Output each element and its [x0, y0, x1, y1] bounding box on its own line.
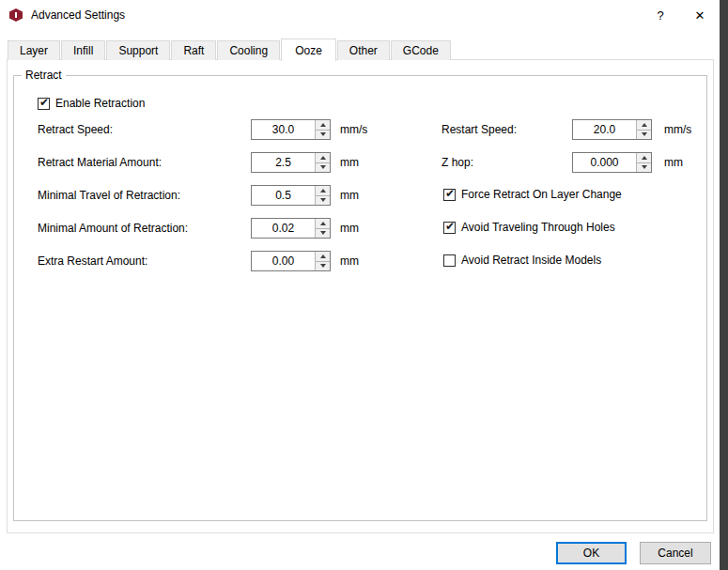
window-title: Advanced Settings: [31, 8, 125, 22]
help-button[interactable]: ?: [641, 0, 680, 30]
z-hop-unit: mm: [664, 156, 683, 169]
extra-restart-amount-label: Extra Restart Amount:: [38, 254, 147, 268]
advanced-settings-dialog: Advanced Settings ? ✕ Layer Infill Suppo…: [0, 0, 720, 570]
extra-restart-amount-row: Extra Restart Amount: 0.00 mm Avoid Retr…: [14, 251, 706, 271]
ooze-tab-pane: Retract Enable Retraction Retract Speed:…: [7, 59, 714, 533]
retract-material-amount-unit: mm: [340, 156, 359, 169]
retract-group: Retract Enable Retraction Retract Speed:…: [13, 75, 707, 521]
tab-gcode[interactable]: GCode: [391, 40, 451, 60]
retract-speed-label: Retract Speed:: [38, 123, 113, 136]
titlebar: Advanced Settings ? ✕: [0, 0, 720, 30]
spinner-buttons: [636, 120, 651, 139]
spinner-buttons: [636, 153, 651, 172]
minimal-amount-unit: mm: [340, 222, 359, 235]
minimal-travel-unit: mm: [340, 189, 359, 202]
checkbox-label: Enable Retraction: [55, 97, 145, 110]
spin-up-button[interactable]: [316, 120, 330, 131]
minimal-amount-label: Minimal Amount of Retraction:: [38, 222, 188, 235]
avoid-traveling-through-holes-checkbox[interactable]: Avoid Traveling Through Holes: [443, 221, 615, 234]
app-icon: [8, 8, 23, 23]
tab-layer[interactable]: Layer: [8, 40, 60, 60]
spin-up-button[interactable]: [316, 219, 330, 229]
spinner-buttons: [315, 186, 330, 205]
retract-speed-unit: mm/s: [340, 123, 367, 136]
spinner-buttons: [315, 252, 330, 270]
spin-down-button[interactable]: [316, 163, 330, 173]
spin-down-button[interactable]: [316, 131, 330, 140]
tab-cooling[interactable]: Cooling: [217, 40, 280, 60]
avoid-retract-inside-models-checkbox[interactable]: Avoid Retract Inside Models: [443, 254, 601, 267]
spin-up-button[interactable]: [316, 186, 330, 196]
retract-group-title: Retract: [22, 69, 66, 82]
tab-bar: Layer Infill Support Raft Cooling Ooze O…: [8, 39, 452, 60]
spin-down-button[interactable]: [316, 229, 330, 239]
retract-material-amount-row: Retract Material Amount: 2.5 mm Z hop: 0…: [14, 152, 706, 173]
tab-ooze[interactable]: Ooze: [281, 39, 336, 61]
restart-speed-spinbox[interactable]: 20.0: [572, 119, 652, 140]
retract-material-amount-spinbox[interactable]: 2.5: [251, 152, 331, 173]
minimal-amount-spinbox[interactable]: 0.02: [251, 218, 331, 239]
tab-raft[interactable]: Raft: [171, 40, 216, 60]
extra-restart-amount-unit: mm: [340, 254, 359, 268]
spin-up-button[interactable]: [637, 153, 651, 163]
force-retract-on-layer-change-checkbox[interactable]: Force Retract On Layer Change: [443, 188, 622, 201]
spin-up-button[interactable]: [316, 252, 330, 262]
spin-down-button[interactable]: [637, 163, 651, 173]
spin-down-button[interactable]: [316, 196, 330, 206]
minimal-travel-spinbox[interactable]: 0.5: [251, 185, 331, 206]
restart-speed-label: Restart Speed:: [441, 123, 517, 136]
z-hop-spinbox[interactable]: 0.000: [572, 152, 652, 173]
tab-infill[interactable]: Infill: [61, 40, 105, 60]
titlebar-buttons: ? ✕: [641, 0, 720, 30]
spin-up-button[interactable]: [637, 120, 651, 131]
minimal-amount-row: Minimal Amount of Retraction: 0.02 mm Av…: [14, 218, 706, 239]
checkbox-box[interactable]: [38, 98, 50, 110]
checkbox-label: Force Retract On Layer Change: [461, 188, 622, 201]
z-hop-label: Z hop:: [441, 156, 473, 169]
spin-down-button[interactable]: [316, 262, 330, 271]
checkbox-box[interactable]: [443, 222, 456, 234]
retract-speed-spinbox[interactable]: 30.0: [251, 119, 331, 140]
spinner-buttons: [315, 120, 330, 139]
extra-restart-amount-spinbox[interactable]: 0.00: [251, 251, 331, 271]
spin-up-button[interactable]: [316, 153, 330, 163]
minimal-travel-row: Minimal Travel of Retraction: 0.5 mm For…: [14, 185, 706, 206]
tab-other[interactable]: Other: [337, 40, 390, 60]
checkbox-label: Avoid Traveling Through Holes: [461, 221, 615, 234]
retract-speed-row: Retract Speed: 30.0 mm/s Restart Speed: …: [14, 119, 706, 140]
ok-button[interactable]: OK: [556, 542, 627, 564]
screen-edge-strip: [720, 0, 728, 570]
retract-material-amount-label: Retract Material Amount:: [38, 156, 162, 169]
cancel-button[interactable]: Cancel: [640, 542, 711, 564]
enable-retraction-checkbox[interactable]: Enable Retraction: [38, 97, 145, 110]
checkbox-box[interactable]: [443, 189, 456, 201]
minimal-travel-label: Minimal Travel of Retraction:: [38, 189, 180, 202]
tab-support[interactable]: Support: [106, 40, 170, 60]
spin-down-button[interactable]: [637, 131, 651, 140]
spinner-buttons: [315, 219, 330, 238]
checkbox-label: Avoid Retract Inside Models: [461, 254, 601, 267]
spinner-buttons: [315, 153, 330, 172]
close-button[interactable]: ✕: [680, 0, 720, 30]
checkbox-box[interactable]: [443, 254, 456, 267]
restart-speed-unit: mm/s: [664, 123, 691, 136]
